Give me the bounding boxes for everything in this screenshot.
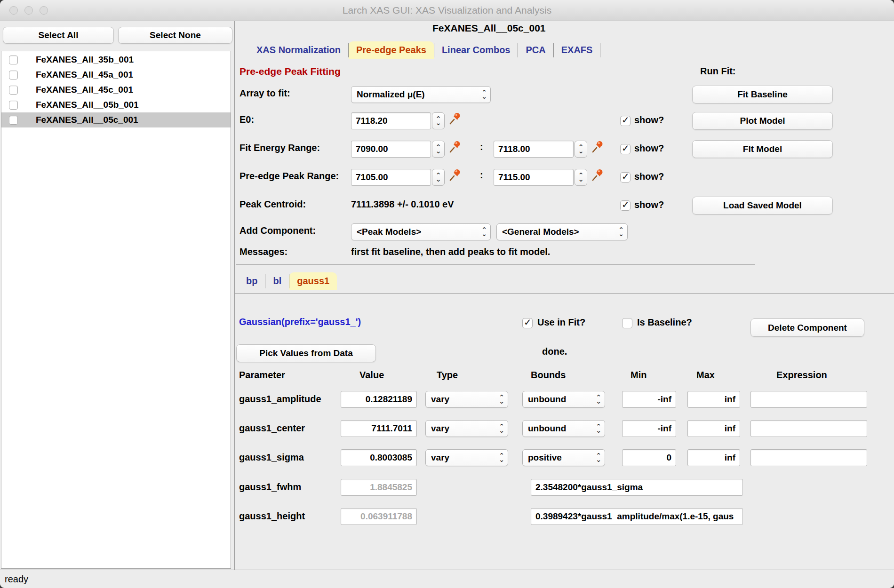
- center-type-select[interactable]: vary ⌃⌄: [425, 420, 508, 437]
- peak-range-to-input[interactable]: 7115.00: [494, 169, 574, 186]
- amplitude-max-input[interactable]: inf: [687, 391, 740, 408]
- col-header-min: Min: [631, 370, 647, 381]
- peak-range-label: Pre-edge Peak Range:: [239, 171, 339, 182]
- tab-exafs[interactable]: EXAFS: [554, 41, 600, 59]
- button-label: Fit Baseline: [737, 89, 788, 100]
- chevron-up-down-icon: ⌃⌄: [436, 117, 441, 125]
- show-e0-checkbox[interactable]: [620, 116, 631, 126]
- file-checkbox[interactable]: [9, 101, 18, 110]
- center-max-input[interactable]: inf: [687, 420, 740, 437]
- centroid-value: 7111.3898 +/- 0.1010 eV: [351, 199, 454, 210]
- fit-range-from-pin-button[interactable]: [447, 139, 463, 154]
- center-min-input[interactable]: -inf: [622, 420, 676, 437]
- chevron-up-down-icon: ⌃⌄: [481, 228, 487, 236]
- fit-range-to-stepper[interactable]: ⌃⌄: [575, 141, 587, 158]
- is-baseline-label: Is Baseline?: [637, 317, 692, 328]
- component-tab-bar: bp bl gauss1: [239, 272, 337, 290]
- show-peak-range-checkbox[interactable]: [620, 172, 631, 183]
- select-none-button[interactable]: Select None: [118, 27, 232, 44]
- file-item[interactable]: FeXANES_All_35b_001: [1, 52, 231, 67]
- center-expression-input[interactable]: [750, 420, 867, 437]
- chevron-up-down-icon: ⌃⌄: [436, 173, 441, 182]
- file-checkbox[interactable]: [9, 56, 18, 64]
- notebook-divider: [235, 293, 894, 294]
- sigma-min-input[interactable]: 0: [622, 449, 676, 466]
- minimize-window-button[interactable]: [24, 6, 33, 15]
- peak-range-from-input[interactable]: 7105.00: [351, 169, 431, 186]
- tab-pre-edge-peaks[interactable]: Pre-edge Peaks: [349, 41, 434, 59]
- file-checkbox[interactable]: [9, 116, 18, 125]
- peak-range-to-pin-button[interactable]: [590, 167, 605, 183]
- peak-range-from-pin-button[interactable]: [447, 167, 463, 183]
- file-list: FeXANES_All_35b_001 FeXANES_All_45a_001 …: [1, 51, 231, 569]
- load-saved-model-button[interactable]: Load Saved Model: [692, 197, 833, 215]
- show-fit-range-checkbox[interactable]: [620, 144, 631, 154]
- center-bounds-select[interactable]: unbound ⌃⌄: [522, 420, 605, 437]
- use-in-fit-checkbox[interactable]: [522, 318, 533, 328]
- file-panel: Select All Select None FeXANES_All_35b_0…: [0, 21, 235, 570]
- fit-model-button[interactable]: Fit Model: [692, 140, 833, 158]
- subtab-gauss1[interactable]: gauss1: [289, 272, 337, 290]
- tab-pca[interactable]: PCA: [518, 41, 553, 59]
- fit-range-to-input[interactable]: 7118.00: [494, 141, 574, 158]
- height-expression-input[interactable]: 0.3989423*gauss1_amplitude/max(1.e-15, g…: [531, 508, 743, 525]
- e0-pin-button[interactable]: [447, 111, 463, 126]
- file-item[interactable]: FeXANES_All_45c_001: [1, 82, 231, 97]
- traffic-lights: [9, 6, 48, 15]
- file-checkbox[interactable]: [9, 71, 18, 79]
- select-all-button[interactable]: Select All: [3, 27, 114, 44]
- selected-option: vary: [431, 423, 449, 434]
- pick-values-button[interactable]: Pick Values from Data: [236, 344, 376, 362]
- amplitude-bounds-select[interactable]: unbound ⌃⌄: [522, 391, 605, 408]
- param-name: gauss1_sigma: [239, 452, 304, 463]
- delete-component-button[interactable]: Delete Component: [750, 318, 864, 337]
- file-item[interactable]: FeXANES_All__05b_001: [1, 97, 231, 112]
- tab-linear-combos[interactable]: Linear Combos: [434, 41, 518, 59]
- use-in-fit-label: Use in Fit?: [537, 317, 585, 328]
- height-value-readonly: 0.063911788: [341, 508, 417, 525]
- param-name: gauss1_height: [239, 511, 305, 522]
- amplitude-type-select[interactable]: vary ⌃⌄: [425, 391, 508, 408]
- amplitude-value-input[interactable]: 0.12821189: [341, 391, 417, 408]
- amplitude-min-input[interactable]: -inf: [622, 391, 676, 408]
- show-centroid-checkbox[interactable]: [620, 200, 631, 211]
- button-label: Plot Model: [740, 116, 785, 126]
- chevron-up-down-icon: ⌃⌄: [578, 145, 584, 153]
- is-baseline-checkbox[interactable]: [622, 318, 632, 328]
- e0-stepper[interactable]: ⌃⌄: [432, 112, 445, 129]
- peak-range-from-stepper[interactable]: ⌃⌄: [432, 169, 445, 186]
- pushpin-icon: [590, 167, 605, 183]
- sigma-expression-input[interactable]: [750, 449, 867, 466]
- array-to-fit-select[interactable]: Normalized μ(E) ⌃⌄: [351, 86, 491, 103]
- general-models-select[interactable]: <General Models> ⌃⌄: [496, 223, 628, 240]
- peak-models-select[interactable]: <Peak Models> ⌃⌄: [351, 223, 491, 240]
- file-item-selected[interactable]: FeXANES_All__05c_001: [1, 112, 231, 127]
- peak-range-to-stepper[interactable]: ⌃⌄: [575, 169, 587, 186]
- fit-range-from-input[interactable]: 7090.00: [351, 141, 431, 158]
- tab-xas-normalization[interactable]: XAS Normalization: [249, 41, 348, 59]
- file-name: FeXANES_All_45a_001: [36, 70, 133, 80]
- range-colon: :: [480, 170, 483, 181]
- status-bar: ready: [0, 570, 894, 588]
- plot-model-button[interactable]: Plot Model: [692, 112, 833, 130]
- chevron-up-down-icon: ⌃⌄: [596, 424, 601, 433]
- file-item[interactable]: FeXANES_All_45a_001: [1, 67, 231, 82]
- subtab-bp[interactable]: bp: [239, 272, 265, 290]
- fit-range-from-stepper[interactable]: ⌃⌄: [432, 141, 445, 158]
- e0-input[interactable]: 7118.20: [351, 112, 431, 129]
- center-value-input[interactable]: 7111.7011: [341, 420, 417, 437]
- fit-baseline-button[interactable]: Fit Baseline: [692, 86, 833, 103]
- close-window-button[interactable]: [9, 6, 18, 15]
- subtab-bl[interactable]: bl: [265, 272, 289, 290]
- fwhm-expression-input[interactable]: 2.3548200*gauss1_sigma: [531, 479, 743, 496]
- sigma-max-input[interactable]: inf: [687, 449, 740, 466]
- zoom-window-button[interactable]: [40, 6, 48, 15]
- fit-range-to-pin-button[interactable]: [590, 139, 605, 154]
- file-checkbox[interactable]: [9, 86, 18, 95]
- file-name: FeXANES_All_45c_001: [36, 85, 133, 95]
- main-content: Select All Select None FeXANES_All_35b_0…: [0, 21, 894, 570]
- amplitude-expression-input[interactable]: [750, 391, 867, 408]
- sigma-bounds-select[interactable]: positive ⌃⌄: [522, 449, 605, 466]
- sigma-type-select[interactable]: vary ⌃⌄: [425, 449, 508, 466]
- sigma-value-input[interactable]: 0.8003085: [341, 449, 417, 466]
